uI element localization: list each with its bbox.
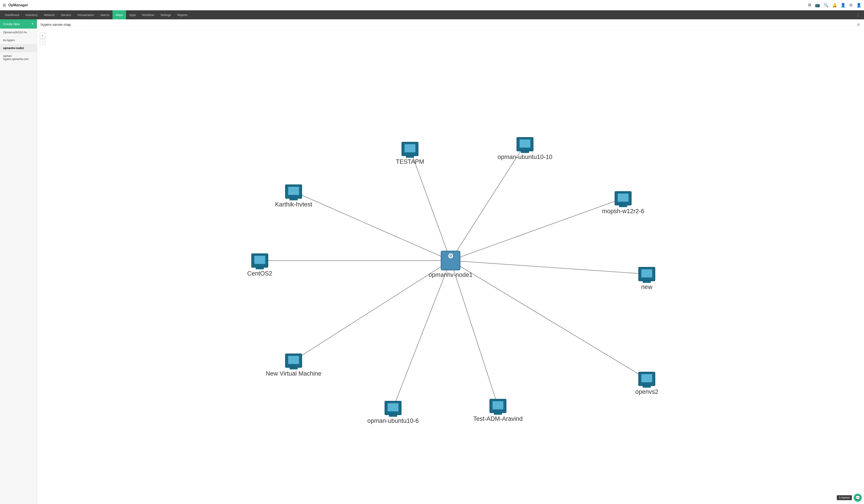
nav-reports[interactable]: Reports bbox=[174, 10, 191, 19]
svg-rect-19 bbox=[288, 187, 299, 195]
svg-rect-22 bbox=[617, 194, 628, 202]
alert-count: 3 bbox=[839, 496, 841, 499]
svg-line-0 bbox=[410, 149, 451, 260]
node-karthik-hvtest[interactable]: Karthik-hvtest bbox=[275, 185, 312, 208]
create-new-label: Create New bbox=[3, 22, 20, 26]
node-karthik-label: Karthik-hvtest bbox=[275, 201, 312, 208]
svg-rect-31 bbox=[288, 356, 299, 364]
nav-apps[interactable]: Apps bbox=[126, 10, 139, 19]
node-test-adm-aravind[interactable]: Test-ADM-Aravind bbox=[473, 399, 523, 422]
sidebar-item-opman-w2k12r2-hv[interactable]: Opman-w2k12r2-hv bbox=[0, 28, 37, 36]
svg-rect-17 bbox=[521, 151, 529, 153]
app-title: OpManager bbox=[8, 3, 28, 7]
nav-virtualization[interactable]: Virtualization bbox=[74, 10, 97, 19]
node-testapm-label: TESTAPM bbox=[396, 158, 424, 165]
node-centos2-label: CentOS2 bbox=[247, 270, 272, 277]
node-newvm-label: New Virtual Machine bbox=[266, 370, 322, 377]
svg-line-6 bbox=[293, 260, 451, 360]
svg-line-9 bbox=[451, 260, 647, 379]
sidebar-item-its-hyperv[interactable]: its-hyperv bbox=[0, 36, 37, 44]
svg-rect-16 bbox=[519, 139, 530, 148]
svg-rect-23 bbox=[619, 205, 627, 207]
svg-rect-25 bbox=[254, 256, 265, 264]
sidebar-item-opman-hyperv[interactable]: opman-hyperv.opmanhv.com bbox=[0, 52, 37, 63]
user-icon[interactable]: 👤 bbox=[841, 3, 845, 8]
node-testapm[interactable]: TESTAPM bbox=[396, 142, 424, 165]
map-header: hyperv-server-map ✕ bbox=[37, 19, 864, 30]
nav-dashboard[interactable]: Dashboard bbox=[2, 10, 23, 19]
node-new[interactable]: new bbox=[638, 267, 655, 290]
svg-line-3 bbox=[451, 198, 623, 261]
main-content: hyperv-server-map ✕ + − bbox=[37, 19, 864, 504]
chat-button[interactable]: 💬 bbox=[854, 494, 862, 502]
svg-rect-34 bbox=[388, 403, 398, 411]
svg-line-1 bbox=[451, 144, 525, 260]
bell-alert-icon[interactable]: 📺 bbox=[815, 3, 820, 8]
account-icon[interactable]: 👤 bbox=[856, 3, 861, 8]
nav-servers[interactable]: Servers bbox=[58, 10, 74, 19]
node-mopsh-w12r2[interactable]: mopsh-w12r2-6 bbox=[602, 192, 644, 214]
node-new-label: new bbox=[641, 284, 652, 290]
node-opman-ubuntu-6[interactable]: opman-ubuntu10-6 bbox=[368, 401, 419, 424]
svg-text:⚙: ⚙ bbox=[447, 252, 454, 260]
nav-settings[interactable]: Settings bbox=[157, 10, 174, 19]
svg-rect-13 bbox=[405, 144, 415, 152]
svg-rect-41 bbox=[643, 386, 651, 388]
zoom-out-button[interactable]: − bbox=[40, 39, 45, 45]
nav-inventory[interactable]: Inventory bbox=[23, 10, 41, 19]
node-opman-ubuntu-10[interactable]: opman-ubuntu10-10 bbox=[497, 137, 552, 160]
notification-icon[interactable]: 🔔 bbox=[832, 3, 837, 8]
svg-rect-20 bbox=[290, 198, 298, 200]
create-new-button[interactable]: Create New + bbox=[0, 19, 37, 28]
close-button[interactable]: ✕ bbox=[856, 22, 861, 27]
node-ubuntu10-10-label: opman-ubuntu10-10 bbox=[497, 153, 552, 160]
node-center-label: opmanhv-node1 bbox=[429, 271, 472, 278]
map-title: hyperv-server-map bbox=[41, 23, 71, 27]
svg-rect-38 bbox=[494, 413, 502, 415]
svg-rect-29 bbox=[643, 281, 651, 283]
svg-rect-37 bbox=[493, 401, 503, 409]
node-openvs2[interactable]: openvs2 bbox=[635, 372, 658, 395]
node-centos2[interactable]: CentOS2 bbox=[247, 254, 272, 276]
svg-line-8 bbox=[451, 260, 498, 406]
monitor-icon[interactable]: 🖥 bbox=[807, 3, 811, 8]
alert-badge[interactable]: 3 Alerted bbox=[837, 495, 852, 500]
sidebar: Create New + Opman-w2k12r2-hv its-hyperv… bbox=[0, 19, 37, 504]
nav-maps[interactable]: Maps bbox=[112, 10, 126, 19]
search-icon[interactable]: 🔍 bbox=[824, 3, 828, 8]
alert-label: Alerted bbox=[841, 496, 850, 499]
navbar-more-icon[interactable]: ⋮ bbox=[854, 12, 862, 17]
settings-icon[interactable]: ⚙ bbox=[849, 3, 853, 8]
svg-rect-26 bbox=[256, 267, 264, 269]
nav-alarms[interactable]: Alarms bbox=[97, 10, 112, 19]
nav-network[interactable]: Network bbox=[41, 10, 58, 19]
nav-workflow[interactable]: Workflow bbox=[139, 10, 157, 19]
node-openvs2-label: openvs2 bbox=[635, 389, 658, 395]
map-controls: + − bbox=[40, 33, 45, 45]
bottom-right-area: 3 Alerted 💬 bbox=[837, 494, 862, 502]
svg-line-5 bbox=[451, 260, 647, 274]
svg-rect-40 bbox=[641, 374, 652, 382]
svg-rect-35 bbox=[389, 415, 397, 417]
plus-icon: + bbox=[31, 22, 34, 26]
node-ubuntu10-6-label: opman-ubuntu10-6 bbox=[368, 417, 419, 424]
node-test-adm-label: Test-ADM-Aravind bbox=[473, 415, 523, 422]
node-new-vm[interactable]: New Virtual Machine bbox=[266, 354, 322, 377]
svg-rect-32 bbox=[290, 368, 298, 369]
app-grid-icon[interactable]: ⊞ bbox=[3, 3, 6, 8]
svg-line-7 bbox=[393, 260, 451, 408]
svg-rect-28 bbox=[641, 269, 652, 278]
svg-line-2 bbox=[293, 192, 451, 261]
map-canvas[interactable]: ⚙ opmanhv-node1 TESTAPM opman-ubuntu10- bbox=[37, 30, 864, 504]
svg-rect-14 bbox=[406, 156, 414, 158]
zoom-in-button[interactable]: + bbox=[40, 33, 45, 38]
sidebar-item-opmanhv-node1[interactable]: opmanhv-node1 bbox=[0, 44, 37, 52]
node-mopsh-label: mopsh-w12r2-6 bbox=[602, 208, 644, 214]
